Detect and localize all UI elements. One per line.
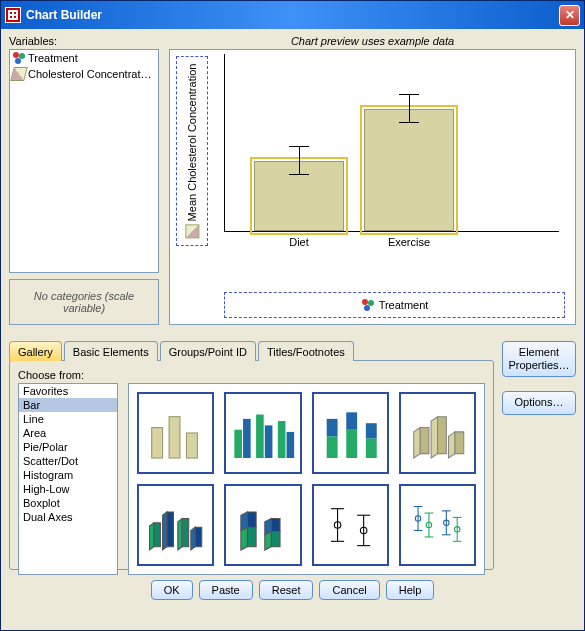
variables-column: Variables: Treatment Cholesterol Concent… (9, 35, 159, 325)
window-title: Chart Builder (26, 8, 559, 22)
svg-point-3 (362, 299, 368, 305)
paste-button[interactable]: Paste (199, 580, 253, 600)
nominal-icon (361, 298, 375, 312)
variable-name: Treatment (28, 52, 78, 64)
error-cap (399, 94, 419, 95)
svg-rect-10 (243, 419, 251, 458)
button-bar: OK Paste Reset Cancel Help (9, 572, 576, 606)
svg-rect-7 (169, 417, 180, 458)
variable-item[interactable]: Cholesterol Concentrat… (10, 66, 158, 82)
svg-marker-42 (272, 518, 281, 531)
x-axis-drop-zone[interactable]: Treatment (224, 292, 565, 318)
thumb-stacked-3d-bar[interactable] (224, 484, 301, 566)
thumb-clustered-bar[interactable] (224, 392, 301, 474)
svg-point-1 (19, 53, 25, 59)
type-area[interactable]: Area (19, 426, 117, 440)
svg-rect-14 (287, 432, 295, 458)
svg-marker-22 (420, 428, 429, 454)
x-axis-title: Treatment (379, 299, 429, 311)
svg-marker-24 (437, 417, 446, 454)
error-cap (399, 122, 419, 123)
type-line[interactable]: Line (19, 412, 117, 426)
tab-groups-point-id[interactable]: Groups/Point ID (160, 341, 256, 361)
svg-marker-34 (195, 527, 202, 547)
type-histogram[interactable]: Histogram (19, 468, 117, 482)
svg-marker-21 (413, 428, 420, 458)
svg-marker-26 (455, 432, 464, 454)
chart-preview[interactable]: Mean Cholesterol Concentration (169, 49, 576, 325)
nominal-icon (12, 51, 26, 65)
svg-rect-17 (346, 430, 357, 458)
error-cap (289, 146, 309, 147)
variables-label: Variables: (9, 35, 159, 47)
chart-thumbnails (128, 383, 485, 575)
cancel-button[interactable]: Cancel (319, 580, 379, 600)
error-cap (289, 174, 309, 175)
svg-marker-28 (154, 523, 161, 547)
bar-exercise[interactable] (364, 109, 454, 231)
help-button[interactable]: Help (386, 580, 435, 600)
svg-marker-31 (178, 518, 182, 550)
ok-button[interactable]: OK (151, 580, 193, 600)
reset-button[interactable]: Reset (259, 580, 314, 600)
thumb-3d-bar[interactable] (399, 392, 476, 474)
type-dual-axes[interactable]: Dual Axes (19, 510, 117, 524)
tab-label: Groups/Point ID (169, 346, 247, 358)
x-tick-label: Diet (289, 236, 309, 248)
svg-rect-8 (187, 433, 198, 458)
y-axis-title: Mean Cholesterol Concentration (186, 64, 198, 222)
tab-label: Basic Elements (73, 346, 149, 358)
tab-gallery[interactable]: Gallery (9, 341, 62, 361)
element-properties-button[interactable]: Element Properties… (502, 341, 576, 377)
svg-point-2 (15, 58, 21, 64)
type-boxplot[interactable]: Boxplot (19, 496, 117, 510)
type-pie-polar[interactable]: Pie/Polar (19, 440, 117, 454)
svg-rect-12 (265, 425, 273, 458)
type-high-low[interactable]: High-Low (19, 482, 117, 496)
chart-area: Diet Exercise (224, 54, 569, 254)
svg-rect-9 (235, 430, 243, 458)
svg-marker-27 (150, 523, 154, 550)
svg-rect-19 (365, 438, 376, 458)
tab-label: Titles/Footnotes (267, 346, 345, 358)
svg-rect-11 (256, 415, 264, 459)
x-axis-line (224, 231, 559, 232)
svg-rect-18 (346, 412, 357, 429)
thumb-stacked-bar[interactable] (312, 392, 389, 474)
type-bar[interactable]: Bar (19, 398, 117, 412)
type-scatter-dot[interactable]: Scatter/Dot (19, 454, 117, 468)
thumb-simple-bar[interactable] (137, 392, 214, 474)
side-buttons: Element Properties… Options… (502, 327, 576, 570)
thumb-simple-error-bar[interactable] (312, 484, 389, 566)
svg-marker-35 (241, 527, 248, 550)
no-categories-box: No categories (scale variable) (9, 279, 159, 325)
tab-titles-footnotes[interactable]: Titles/Footnotes (258, 341, 354, 361)
chart-type-list[interactable]: Favorites Bar Line Area Pie/Polar Scatte… (18, 383, 118, 575)
svg-point-5 (364, 305, 370, 311)
variables-list[interactable]: Treatment Cholesterol Concentrat… (9, 49, 159, 273)
svg-point-0 (13, 52, 19, 58)
svg-rect-20 (365, 423, 376, 438)
tabs: Gallery Basic Elements Groups/Point ID T… (9, 341, 494, 361)
svg-marker-29 (163, 512, 167, 550)
thumb-clustered-error-bar[interactable] (399, 484, 476, 566)
svg-marker-37 (241, 512, 248, 530)
thumb-clustered-3d-bar[interactable] (137, 484, 214, 566)
content-area: Variables: Treatment Cholesterol Concent… (1, 29, 584, 630)
titlebar: Chart Builder ✕ (1, 1, 584, 29)
y-axis-line (224, 54, 225, 232)
preview-column: Chart preview uses example data Mean Cho… (169, 35, 576, 325)
scale-icon (10, 67, 28, 81)
close-button[interactable]: ✕ (559, 5, 580, 26)
gallery-panel: Choose from: Favorites Bar Line Area Pie… (9, 360, 494, 570)
svg-marker-38 (248, 512, 257, 527)
top-row: Variables: Treatment Cholesterol Concent… (9, 35, 576, 325)
x-tick-label: Exercise (388, 236, 430, 248)
no-categories-text: No categories (scale variable) (12, 290, 156, 314)
variable-item[interactable]: Treatment (10, 50, 158, 66)
svg-marker-33 (191, 527, 195, 550)
y-axis-drop-zone[interactable]: Mean Cholesterol Concentration (176, 56, 208, 246)
type-favorites[interactable]: Favorites (19, 384, 117, 398)
tab-basic-elements[interactable]: Basic Elements (64, 341, 158, 361)
options-button[interactable]: Options… (502, 391, 576, 414)
